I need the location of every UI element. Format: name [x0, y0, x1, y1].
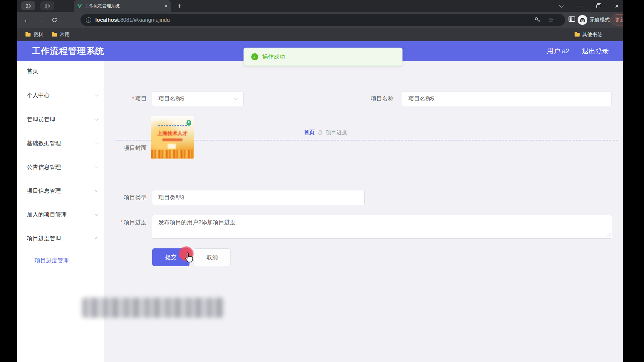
app-title: 工作流程管理系统 [32, 41, 104, 61]
url-path: :8081/#/xiangmujindu [119, 17, 170, 23]
cursor-hand-icon [184, 252, 194, 263]
breadcrumb-home[interactable]: 首页 [304, 129, 315, 136]
sidebar-item-project-progress-mgmt[interactable]: 项目进度管理 [27, 231, 98, 246]
project-select[interactable]: 项目名称5 [152, 91, 244, 106]
cover-art-badge [168, 144, 176, 150]
window-minimize-button[interactable] [574, 3, 584, 9]
reload-button[interactable] [49, 14, 60, 25]
info-icon[interactable]: i [86, 17, 91, 23]
sidebar-item-label: 项目信息管理 [27, 187, 61, 195]
back-button[interactable]: ← [21, 14, 32, 25]
bookmarks-bar: 资料 常用 其他书签 [17, 28, 623, 41]
project-progress-textarea[interactable]: 发布项目的用户2添加项目进度 [152, 215, 612, 239]
cover-art-title: 上海技术人才 [151, 130, 194, 137]
sidebar-submenu-label: 项目进度管理 [35, 257, 69, 264]
toast-message: 操作成功 [262, 53, 285, 61]
sidebar-item-label: 个人中心 [27, 92, 50, 99]
chevron-down-icon [95, 93, 98, 96]
chevron-down-icon [95, 117, 98, 120]
tab-title: 工作流程管理系统 [85, 3, 162, 9]
sidebar-item-label: 基础数据管理 [27, 139, 61, 147]
window-restore-button[interactable] [593, 3, 603, 9]
chevron-down-icon [559, 3, 564, 8]
project-name-label: 项目名称 [352, 91, 393, 106]
main-content: 首页 项目进度 *项目 项目名称5 项目名称 项目封面 上海技术人才 项目类型 [104, 61, 623, 362]
required-asterisk: * [132, 96, 134, 102]
project-cover-label: 项目封面 [114, 140, 147, 156]
bookmark-folder-zl[interactable]: 资料 [25, 32, 43, 38]
address-bar[interactable]: i localhost:8081/#/xiangmujindu ☆ [80, 14, 565, 26]
blurred-watermark [82, 298, 224, 318]
project-type-input[interactable] [152, 190, 365, 205]
header-user: 用户 a2 [547, 41, 570, 61]
other-bookmarks-button[interactable]: 其他书签 [575, 32, 602, 38]
vue-logo-icon [77, 4, 82, 8]
sidebar-item-notice-mgmt[interactable]: 公告信息管理 [27, 160, 98, 174]
url-host: localhost [95, 17, 119, 23]
sidebar-submenu-project-progress[interactable]: 项目进度管理 [35, 254, 69, 267]
sidebar-item-admin-mgmt[interactable]: 管理员管理 [27, 112, 98, 127]
cancel-button[interactable]: 取消 [194, 248, 231, 266]
side-panel-icon[interactable] [569, 16, 575, 22]
window-close-button[interactable]: × [612, 3, 622, 9]
sidebar-item-personal-center[interactable]: 个人中心 [27, 88, 98, 103]
incognito-icon [578, 15, 587, 25]
restore-icon [596, 4, 600, 8]
breadcrumb-current: 项目进度 [326, 129, 347, 136]
minimize-icon [577, 6, 581, 6]
key-icon[interactable] [534, 17, 541, 23]
screen-edge-right [623, 0, 644, 362]
sidebar-item-label: 项目进度管理 [27, 235, 61, 242]
cover-art-subtitle [162, 138, 182, 141]
browser-tab-active[interactable]: 工作流程管理系统 × [74, 0, 171, 12]
browser-toolbar: ← → i localhost:8081/#/xiangmujindu ☆ 无痕… [17, 12, 623, 28]
screen: 工作流程管理系统 × + × ← → i localhost:8081/#/xi… [0, 0, 644, 362]
tab-close-icon[interactable]: × [164, 3, 168, 9]
bookmark-label: 常用 [60, 32, 70, 38]
sidebar-item-home[interactable]: 首页 [27, 64, 98, 78]
bookmark-star-icon[interactable]: ☆ [548, 16, 554, 24]
project-type-label: 项目类型 [114, 190, 147, 205]
pinned-tab-2[interactable] [40, 1, 54, 10]
required-asterisk: * [120, 219, 123, 226]
reload-icon [52, 17, 57, 23]
incognito-label: 无痕模式 [590, 16, 610, 23]
chevron-down-icon [234, 96, 237, 100]
project-name-input[interactable] [402, 91, 611, 106]
success-check-icon: ✓ [251, 53, 258, 60]
breadcrumb: 首页 项目进度 [304, 128, 347, 137]
new-tab-button[interactable]: + [175, 2, 184, 10]
logout-link[interactable]: 退出登录 [582, 41, 609, 61]
folder-icon [25, 33, 31, 37]
chevron-down-icon [95, 140, 98, 144]
sidebar-item-label: 首页 [27, 67, 38, 75]
cover-art-logo [186, 120, 191, 126]
project-select-value: 项目名称5 [158, 95, 184, 103]
sidebar-item-label: 管理员管理 [27, 116, 55, 123]
bookmark-folder-cy[interactable]: 常用 [52, 32, 70, 38]
breadcrumb-separator-icon [318, 130, 322, 135]
success-toast: ✓ 操作成功 [244, 48, 402, 66]
sidebar-item-label: 加入的项目管理 [27, 211, 67, 219]
sidebar-item-joined-project-mgmt[interactable]: 加入的项目管理 [27, 207, 98, 222]
chevron-down-icon [95, 164, 98, 168]
project-cover-image[interactable]: 上海技术人才 [151, 116, 194, 159]
forward-button[interactable]: → [35, 14, 46, 25]
pinned-tab-1[interactable] [21, 1, 35, 10]
folder-icon [52, 33, 57, 37]
globe-icon [45, 3, 50, 9]
window-menu-button[interactable] [556, 3, 566, 9]
project-label: *项目 [114, 91, 147, 106]
sidebar-item-label: 公告信息管理 [27, 163, 61, 171]
sidebar-item-project-info-mgmt[interactable]: 项目信息管理 [27, 183, 98, 198]
other-bookmarks-label: 其他书签 [582, 32, 602, 38]
bookmark-label: 资料 [33, 32, 43, 38]
cover-art-skyline [151, 150, 194, 159]
folder-icon [575, 33, 580, 37]
bookmarks-divider [574, 31, 574, 38]
chevron-down-icon [95, 212, 98, 216]
screen-edge-left [0, 0, 17, 362]
browser-titlebar: 工作流程管理系统 × + × [17, 0, 623, 12]
project-progress-label: *项目进度 [107, 215, 147, 230]
sidebar-item-base-data-mgmt[interactable]: 基础数据管理 [27, 136, 98, 150]
